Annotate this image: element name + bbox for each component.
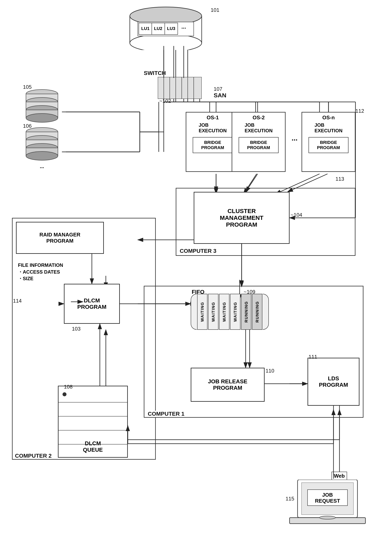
job-release-box: JOB RELEASEPROGRAM <box>191 368 265 402</box>
ref-101: 101 <box>211 7 219 13</box>
switch-label: SWITCH <box>144 70 166 76</box>
fifo-left-arc <box>191 294 197 330</box>
svg-text:LU2: LU2 <box>154 26 162 31</box>
computer3-label: COMPUTER 3 <box>180 248 217 254</box>
cluster-mgmt-text: CLUSTERMANAGEMENTPROGRAM <box>220 208 263 228</box>
svg-point-78 <box>320 516 336 519</box>
svg-text:···: ··· <box>181 25 186 31</box>
svg-point-66 <box>26 151 58 160</box>
ref-105: 105 <box>23 84 32 90</box>
svg-point-71 <box>63 392 66 396</box>
switch-block <box>158 77 202 100</box>
ref-112: 112 <box>356 108 364 114</box>
os2-title: OS-2 <box>253 114 265 121</box>
fifo-waiting-1: WAITING <box>197 294 208 330</box>
os1-subtitle: JOBEXECUTION <box>199 122 227 134</box>
os-dots: ··· <box>292 136 298 144</box>
ref-114: 114 <box>13 298 21 304</box>
fifo-waiting-4: WAITING <box>230 294 240 330</box>
ref-107: 107 <box>214 86 222 92</box>
diagram: LU1 LU2 LU3 ··· 101 SWITCH <box>0 0 392 549</box>
fifo-container: WAITING WAITING WAITING WAITING RUNNING … <box>191 294 269 330</box>
ref-103: 103 <box>72 326 80 332</box>
ref-110: 110 <box>266 368 274 374</box>
ref-111: 111 <box>308 354 317 360</box>
ref-108: 108 <box>64 384 72 390</box>
ref-113: 113 <box>336 176 344 182</box>
os2-box: OS-2 JOBEXECUTION BRIDGEPROGRAM <box>232 112 286 172</box>
lds-program-box: LDSPROGRAM <box>308 358 359 406</box>
computer2-label: COMPUTER 2 <box>15 453 52 459</box>
computer1-label: COMPUTER 1 <box>148 411 184 417</box>
osn-box: OS-n JOBEXECUTION BRIDGEPROGRAM <box>301 112 356 172</box>
svg-text:LU1: LU1 <box>141 26 150 31</box>
dlcm-program-box: DLCMPROGRAM <box>64 284 120 324</box>
job-request-device: JOB REQUEST <box>286 480 370 536</box>
raid-manager-box: RAID MANAGERPROGRAM <box>16 222 104 254</box>
fifo-running-1: RUNNING <box>241 294 252 330</box>
storage-array: LU1 LU2 LU3 ··· <box>128 6 204 50</box>
ref-115: 115 <box>286 496 294 502</box>
os2-bridge: BRIDGEPROGRAM <box>239 137 279 153</box>
fifo-waiting-3: WAITING <box>219 294 230 330</box>
cluster-mgmt-box: CLUSTERMANAGEMENTPROGRAM <box>194 192 290 244</box>
ref-102: ~102 <box>159 98 171 104</box>
ref-104: ~104 <box>291 212 302 218</box>
svg-point-37 <box>130 34 202 50</box>
svg-text:LU3: LU3 <box>167 26 175 31</box>
ref-106: 106 <box>23 123 32 129</box>
osn-subtitle: JOBEXECUTION <box>315 122 343 134</box>
svg-text:REQUEST: REQUEST <box>315 498 340 504</box>
svg-point-59 <box>26 114 58 122</box>
os2-subtitle: JOBEXECUTION <box>245 122 273 134</box>
disk-group-106: ··· <box>22 126 62 171</box>
osn-title: OS-n <box>322 114 335 121</box>
fifo-tape: WAITING WAITING WAITING WAITING RUNNING … <box>197 294 262 330</box>
os1-title: OS-1 <box>207 114 219 121</box>
web-label: Web <box>331 472 347 480</box>
san-label: SAN <box>214 92 226 99</box>
svg-rect-46 <box>158 77 202 99</box>
file-info-text: FILE INFORMATION・ACCESS DATES・SIZE <box>18 262 63 282</box>
svg-text:JOB: JOB <box>322 492 333 498</box>
dlcm-queue-box: DLCMQUEUE <box>58 386 128 458</box>
osn-bridge: BRIDGEPROGRAM <box>308 137 349 153</box>
fifo-waiting-2: WAITING <box>208 294 218 330</box>
fifo-running-2: RUNNING <box>252 294 262 330</box>
os1-bridge: BRIDGEPROGRAM <box>193 137 233 153</box>
fifo-right-arc <box>263 294 269 330</box>
